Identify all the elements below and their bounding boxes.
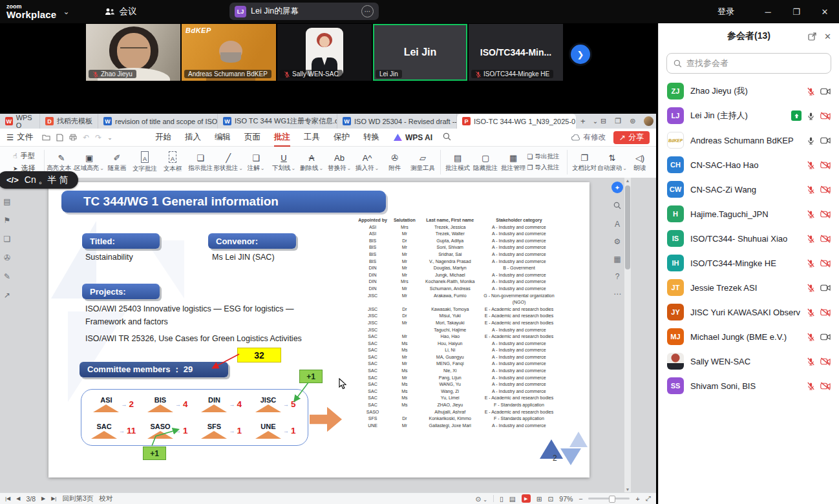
ribbon-button[interactable]: U下划线⌄ xyxy=(270,152,298,173)
wps-home-button[interactable]: W WPS O xyxy=(0,114,40,129)
menu-2[interactable]: 插入 xyxy=(185,129,201,145)
participant-row[interactable]: MJMichael Jungk (BME e.V.) xyxy=(659,324,839,349)
new-tab-button[interactable]: + xyxy=(576,114,590,129)
cloud-sync-status[interactable]: 有修改 xyxy=(571,132,606,142)
ribbon-button[interactable]: ▦批注管理 xyxy=(500,152,527,173)
document-tab[interactable]: WISO TC 344 WG1注册专家信息.docx xyxy=(218,114,337,129)
zoom-slider-thumb[interactable] xyxy=(609,496,615,503)
globe-icon[interactable]: ⊚ xyxy=(630,117,635,125)
ribbon-button[interactable]: ❑注解⌄ xyxy=(242,152,270,173)
restore-icon[interactable]: ❐ xyxy=(782,0,811,23)
next-page-icon[interactable]: ▶ xyxy=(41,496,45,501)
ribbon-button[interactable]: Ab替换符⌄ xyxy=(326,152,354,173)
participant-row[interactable]: ISISO/TC344- Shuhuai Xiao xyxy=(659,226,839,251)
bookmark-icon[interactable]: ⚑ xyxy=(4,216,11,225)
export-icon[interactable]: ↗ xyxy=(4,291,10,300)
participant-row[interactable]: JYJISC Yuri KAWASAKI Observer xyxy=(659,300,839,324)
text-tool-icon[interactable]: A xyxy=(615,220,620,229)
apps-grid-icon[interactable]: ⊟ xyxy=(600,117,606,125)
ribbon-button[interactable]: A文本框 xyxy=(159,151,187,173)
ribbon-button[interactable]: ▣区域高亮⌄ xyxy=(76,152,103,173)
printer-icon[interactable] xyxy=(69,134,77,141)
ribbon-button[interactable]: ▱测量工具 xyxy=(409,152,437,173)
ribbon-button[interactable]: ◁)朗读 xyxy=(626,152,654,173)
help-icon[interactable]: ? xyxy=(615,272,620,281)
eye-protection-icon[interactable]: ⊙ ⌄ xyxy=(476,495,487,503)
video-tile-sally-wen[interactable]: Sally WEN-SAC xyxy=(277,24,372,81)
ai-assistant-icon[interactable]: ✦ xyxy=(611,182,623,193)
menu-4[interactable]: 页面 xyxy=(244,129,260,145)
continuous-view-icon[interactable]: ▤ xyxy=(509,495,516,503)
ribbon-button[interactable]: ▢隐藏批注 xyxy=(472,152,500,173)
outline-icon[interactable]: ▤ xyxy=(3,197,10,206)
close-icon[interactable]: ✕ xyxy=(811,0,839,23)
search-icon[interactable] xyxy=(443,132,451,143)
prev-page-icon[interactable]: ◀ xyxy=(16,496,20,501)
user-avatar[interactable] xyxy=(644,116,653,126)
ribbon-button[interactable]: ❐文档比对 xyxy=(571,152,599,173)
last-page-icon[interactable]: ▶| xyxy=(51,496,56,501)
chevron-down-icon[interactable]: ⌄ xyxy=(63,7,69,16)
close-icon[interactable]: ✕ xyxy=(824,32,831,41)
ribbon-button[interactable]: ❏导出批注 xyxy=(527,152,564,161)
zoom-slider[interactable] xyxy=(588,498,630,499)
video-tile-mingke-he[interactable]: ISO/TC344-Min... ISO/TC344-Mingke HE xyxy=(469,24,563,81)
meeting-tab[interactable]: 会议 xyxy=(105,6,136,17)
search-icon[interactable] xyxy=(613,202,621,211)
ribbon-button[interactable]: ✎高亮文本⌄ xyxy=(48,152,76,173)
participant-row[interactable]: CWCN-SAC-Zi Wang xyxy=(659,177,839,202)
play-presentation-button[interactable]: ▶ xyxy=(522,494,531,503)
document-tab[interactable]: WISO WD 25304 - Revised draft --fo xyxy=(337,114,457,129)
ribbon-button[interactable]: ▤批注模式 xyxy=(444,152,472,173)
scroll-down-icon[interactable]: ▼ xyxy=(624,487,631,492)
scrollbar-thumb[interactable] xyxy=(625,185,630,269)
document-tab[interactable]: PISO-TC 344-WG 1_N39_2025-0• xyxy=(457,114,576,129)
participant-row[interactable]: HHajime.Taguchi_JPN xyxy=(659,202,839,226)
ribbon-button[interactable]: ⇅自动滚动⌄ xyxy=(599,152,626,173)
ribbon-button[interactable]: ✐随意画 xyxy=(103,152,131,173)
participant-row[interactable]: SSShivam Soni, BIS xyxy=(659,373,839,398)
share-button[interactable]: ↗ 分享 xyxy=(613,131,650,144)
menu-6[interactable]: 工具 xyxy=(304,129,320,145)
participant-row[interactable]: ZJZhao Jieyu (我) xyxy=(659,79,839,103)
minimize-icon[interactable]: ─ xyxy=(754,0,782,23)
video-tile-lei-jin[interactable]: Lei Jin Lei Jin xyxy=(373,24,467,81)
single-page-view-icon[interactable]: ▯ xyxy=(500,495,504,503)
menu-1[interactable]: 开始 xyxy=(155,129,171,145)
grid-icon[interactable]: ▦ xyxy=(613,255,621,264)
save-icon[interactable] xyxy=(56,134,63,142)
login-button[interactable]: 登录 xyxy=(717,6,734,17)
participant-row[interactable]: BdKEPAndreas Schumann BdKEP xyxy=(659,128,839,152)
zoom-out-icon[interactable]: − xyxy=(579,495,582,503)
ribbon-button[interactable]: ╱形状批注⌄ xyxy=(215,152,242,173)
wps-ai-button[interactable]: WPS AI xyxy=(394,133,432,142)
fit-page-icon[interactable]: ⊡ xyxy=(547,495,553,503)
vertical-scrollbar[interactable]: ▲ ▼ xyxy=(624,178,631,492)
video-tile-zhao-jieyu[interactable]: Zhao Jieyu xyxy=(86,24,180,81)
thumbnail-view-icon[interactable]: ⊞ xyxy=(536,495,542,503)
next-page-arrow-button[interactable]: ❯ xyxy=(569,43,592,66)
menu-3[interactable]: 编辑 xyxy=(215,129,231,145)
comment-icon[interactable]: ❏ xyxy=(4,235,11,244)
proofread-button[interactable]: 校对 xyxy=(99,494,112,503)
more-options-icon[interactable]: ⋯ xyxy=(361,5,374,17)
participant-row[interactable]: Sally WEN-SAC xyxy=(659,349,839,373)
more-icon[interactable]: ⋯ xyxy=(613,289,621,299)
ribbon-button[interactable]: A^插入符⌄ xyxy=(354,152,381,173)
shared-screen-pill[interactable]: LJ Lei Jin的屏幕 ⋯ xyxy=(229,3,379,20)
page-indicator[interactable]: 3/8 xyxy=(26,495,36,503)
back-to-page-link[interactable]: 回到第3页 xyxy=(62,494,93,503)
participant-row[interactable]: CHCN-SAC-Hao Hao xyxy=(659,152,839,177)
settings-gear-icon[interactable]: ⚙ xyxy=(614,237,621,246)
ribbon-button[interactable]: A文字批注 xyxy=(131,151,159,173)
zoom-in-icon[interactable]: + xyxy=(635,495,639,503)
scroll-up-icon[interactable]: ▲ xyxy=(624,178,631,183)
menu-8[interactable]: 转换 xyxy=(363,129,379,145)
undo-icon[interactable]: ↶ xyxy=(83,133,89,142)
fullscreen-icon[interactable]: ⤢ xyxy=(646,494,651,503)
first-page-icon[interactable]: |◀ xyxy=(5,496,10,501)
ribbon-button[interactable]: A删除线⌄ xyxy=(298,152,326,173)
open-folder-icon[interactable] xyxy=(42,134,50,141)
attachment-icon[interactable]: ✇ xyxy=(4,253,10,262)
popout-icon[interactable] xyxy=(808,32,816,41)
